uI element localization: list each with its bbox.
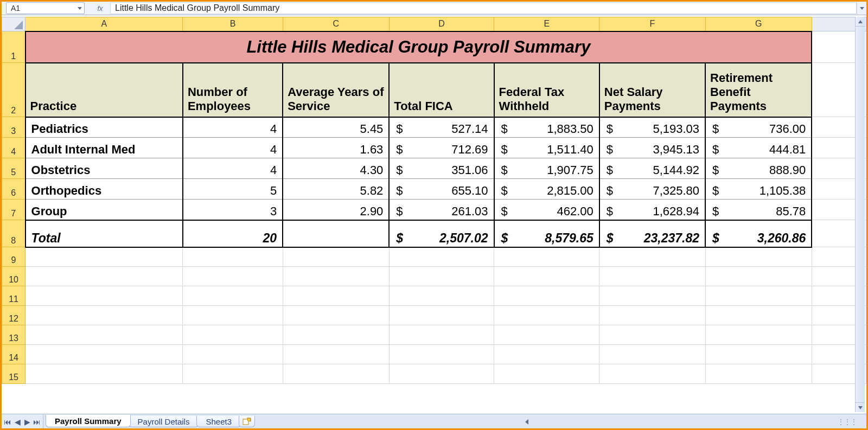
column-header[interactable]: G xyxy=(705,17,812,31)
empty-cell[interactable] xyxy=(25,306,183,325)
cell-ret[interactable]: $85.78 xyxy=(705,200,812,220)
sheet-tab[interactable]: Payroll Details xyxy=(129,416,199,427)
empty-cell[interactable] xyxy=(705,247,812,267)
row-header[interactable]: 8 xyxy=(2,220,25,247)
empty-cell[interactable] xyxy=(183,267,283,286)
empty-cell[interactable] xyxy=(389,247,494,267)
header-total-fica[interactable]: Total FICA xyxy=(389,63,494,117)
empty-cell[interactable] xyxy=(25,247,183,267)
empty-cell[interactable] xyxy=(494,267,599,286)
empty-cell[interactable] xyxy=(25,345,183,364)
empty-cell[interactable] xyxy=(283,286,389,306)
cell-net[interactable]: $3,945.13 xyxy=(599,138,705,158)
empty-cell[interactable] xyxy=(494,286,599,306)
empty-cell[interactable] xyxy=(183,364,283,384)
empty-cell[interactable] xyxy=(183,325,283,345)
cell-ret[interactable]: $1,105.38 xyxy=(705,179,812,200)
row-header[interactable]: 11 xyxy=(2,286,25,306)
empty-cell[interactable] xyxy=(599,325,705,345)
empty-cell[interactable] xyxy=(599,286,705,306)
fx-icon[interactable]: fx xyxy=(90,2,111,14)
empty-cell[interactable] xyxy=(389,325,494,345)
empty-cell[interactable] xyxy=(494,306,599,325)
cell-fica[interactable]: $351.06 xyxy=(389,158,494,179)
empty-cell[interactable] xyxy=(183,345,283,364)
empty-cell[interactable] xyxy=(283,364,389,384)
empty-cell[interactable] xyxy=(705,267,812,286)
tab-prev-button[interactable]: ◀ xyxy=(12,417,22,427)
empty-cell[interactable] xyxy=(25,364,183,384)
column-header[interactable]: D xyxy=(389,17,494,31)
empty-cell[interactable] xyxy=(183,247,283,267)
select-all-corner[interactable] xyxy=(2,17,25,31)
header-practice[interactable]: Practice xyxy=(25,63,183,117)
cell-practice[interactable]: Group xyxy=(25,200,183,220)
empty-cell[interactable] xyxy=(25,286,183,306)
empty-cell[interactable] xyxy=(494,325,599,345)
header-num-employees[interactable]: Number of Employees xyxy=(183,63,283,117)
vertical-scrollbar[interactable] xyxy=(855,17,865,412)
empty-cell[interactable] xyxy=(599,247,705,267)
row-header[interactable]: 2 xyxy=(2,63,25,117)
total-avg[interactable] xyxy=(283,220,389,247)
cell-avg-years[interactable]: 1.63 xyxy=(283,138,389,158)
cell-avg-years[interactable]: 5.82 xyxy=(283,179,389,200)
empty-cell[interactable] xyxy=(705,286,812,306)
empty-cell[interactable] xyxy=(494,345,599,364)
cell-ret[interactable]: $888.90 xyxy=(705,158,812,179)
header-net-salary[interactable]: Net Salary Payments xyxy=(599,63,705,117)
empty-cell[interactable] xyxy=(389,286,494,306)
empty-cell[interactable] xyxy=(599,267,705,286)
empty-cell[interactable] xyxy=(705,306,812,325)
empty-cell[interactable] xyxy=(25,267,183,286)
cell-fica[interactable]: $712.69 xyxy=(389,138,494,158)
scroll-down-button[interactable] xyxy=(856,402,865,412)
cell-fed[interactable]: $1,511.40 xyxy=(494,138,599,158)
total-label[interactable]: Total xyxy=(25,220,183,247)
empty-cell[interactable] xyxy=(705,364,812,384)
cell-fed[interactable]: $1,907.75 xyxy=(494,158,599,179)
cell-fica[interactable]: $261.03 xyxy=(389,200,494,220)
total-fed[interactable]: $8,579.65 xyxy=(494,220,599,247)
empty-cell[interactable] xyxy=(389,345,494,364)
cell-fed[interactable]: $462.00 xyxy=(494,200,599,220)
cell-net[interactable]: $5,144.92 xyxy=(599,158,705,179)
cell-ret[interactable]: $444.81 xyxy=(705,138,812,158)
empty-cell[interactable] xyxy=(283,267,389,286)
spreadsheet-grid[interactable]: A B C D E F G 1 Little Hills Medical Gro… xyxy=(2,17,866,412)
empty-cell[interactable] xyxy=(389,364,494,384)
empty-cell[interactable] xyxy=(494,247,599,267)
title-cell[interactable]: Little Hills Medical Group Payroll Summa… xyxy=(25,31,812,63)
total-num[interactable]: 20 xyxy=(183,220,283,247)
tab-next-button[interactable]: ▶ xyxy=(22,417,32,427)
total-ret[interactable]: $3,260.86 xyxy=(705,220,812,247)
empty-cell[interactable] xyxy=(283,325,389,345)
empty-cell[interactable] xyxy=(599,306,705,325)
row-header[interactable]: 6 xyxy=(2,179,25,200)
formula-expand-button[interactable] xyxy=(857,2,866,14)
empty-cell[interactable] xyxy=(183,306,283,325)
row-header[interactable]: 1 xyxy=(2,31,25,63)
cell-avg-years[interactable]: 4.30 xyxy=(283,158,389,179)
cell-fica[interactable]: $527.14 xyxy=(389,117,494,138)
total-fica[interactable]: $2,507.02 xyxy=(389,220,494,247)
cell-fed[interactable]: $1,883.50 xyxy=(494,117,599,138)
sheet-tab[interactable]: Payroll Summary xyxy=(46,415,131,427)
empty-cell[interactable] xyxy=(599,345,705,364)
row-header[interactable]: 5 xyxy=(2,158,25,179)
resize-grip[interactable]: ⋮⋮⋮ xyxy=(801,414,866,429)
column-header[interactable]: C xyxy=(283,17,389,31)
empty-cell[interactable] xyxy=(494,364,599,384)
cell-fica[interactable]: $655.10 xyxy=(389,179,494,200)
sheet-tab[interactable]: Sheet3 xyxy=(196,416,241,427)
cell-num-employees[interactable]: 4 xyxy=(183,117,283,138)
cell-net[interactable]: $7,325.80 xyxy=(599,179,705,200)
total-net[interactable]: $23,237.82 xyxy=(599,220,705,247)
cell-num-employees[interactable]: 4 xyxy=(183,138,283,158)
formula-input[interactable]: Little Hills Medical Group Payroll Summa… xyxy=(111,2,857,14)
scroll-up-button[interactable] xyxy=(856,17,865,27)
row-header[interactable]: 7 xyxy=(2,200,25,220)
empty-cell[interactable] xyxy=(599,364,705,384)
empty-cell[interactable] xyxy=(389,306,494,325)
horizontal-scroll-area[interactable] xyxy=(253,414,801,429)
